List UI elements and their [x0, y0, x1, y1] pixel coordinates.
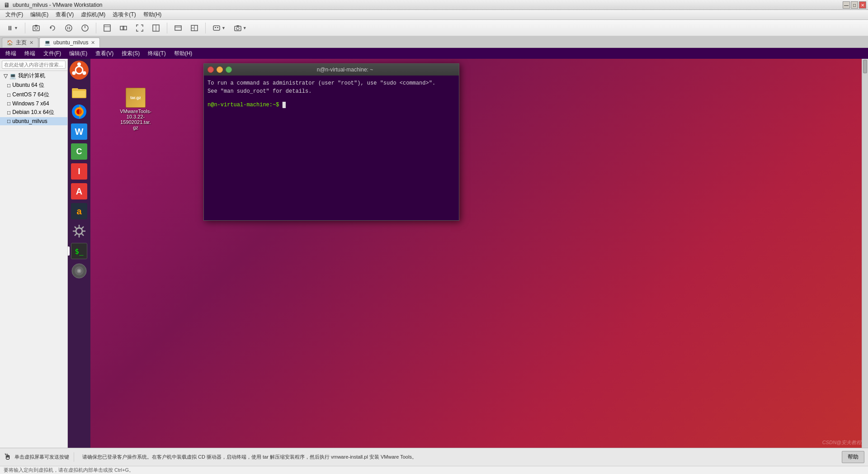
menu-view[interactable]: 查看(V) — [52, 10, 77, 19]
revert-button[interactable] — [45, 22, 60, 34]
dock-amazon[interactable]: a — [70, 202, 89, 221]
ubuntu-menu-file[interactable]: 文件(F) — [40, 49, 65, 58]
tab-ubuntu[interactable]: 💻 ubuntu_milvus ✕ — [39, 38, 100, 47]
search-input[interactable] — [2, 61, 66, 69]
suspend-button[interactable] — [61, 22, 76, 34]
dock-appinstaller[interactable]: A — [70, 182, 89, 201]
window-controls: — □ ✕ — [843, 1, 866, 9]
right-scrollbar[interactable] — [862, 59, 868, 448]
snapshot-button[interactable] — [29, 22, 43, 34]
click-hint: 单击虚拟屏幕可发送按键 — [14, 454, 69, 460]
bottom-hint: 要将输入定向到虚拟机，请在虚拟机内部单击或按 Ctrl+G。 — [0, 466, 868, 474]
terminal-close-button[interactable] — [208, 66, 214, 73]
terminal-window: n@n-virtual-machine: ~ To run a command … — [203, 63, 459, 221]
close-button[interactable]: ✕ — [859, 1, 866, 9]
terminal-cursor: █ — [283, 102, 286, 108]
tab-ubuntu-close[interactable]: ✕ — [91, 40, 95, 46]
ubuntu-menu-search[interactable]: 搜索(S) — [118, 49, 143, 58]
scrollbar-thumb[interactable] — [863, 60, 867, 73]
help-button[interactable]: 帮助 — [842, 451, 864, 463]
view-switch-icon — [174, 24, 182, 32]
view-unity[interactable] — [116, 22, 131, 34]
tab-home-close[interactable]: ✕ — [29, 40, 33, 46]
vm-icon-ubuntu64: □ — [7, 82, 10, 89]
pause-button[interactable]: ⏸ ▼ — [4, 22, 21, 34]
svg-rect-25 — [236, 25, 239, 27]
menu-vm[interactable]: 虚拟机(M) — [77, 10, 109, 19]
svg-line-44 — [82, 227, 84, 229]
view-quick-switch[interactable] — [149, 22, 163, 34]
view-normal[interactable] — [100, 22, 114, 34]
minimize-button[interactable]: — — [843, 1, 850, 9]
view-split[interactable] — [187, 22, 202, 34]
desktop-icon-label: VMwareTools-10.3.22-15902021.tar.gz — [119, 109, 152, 130]
view-normal-icon — [103, 24, 111, 32]
dock-writer[interactable]: W — [70, 122, 89, 141]
svg-point-49 — [78, 270, 80, 272]
shutdown-button[interactable] — [78, 22, 92, 34]
dock-ubuntu-logo[interactable] — [70, 61, 89, 80]
tree-ubuntu64-label: Ubuntu 64 位 — [12, 81, 44, 89]
dock-terminal[interactable]: $_ — [70, 242, 89, 261]
tree-centos-label: CentOS 7 64位 — [12, 91, 49, 99]
impress-letter: I — [78, 167, 80, 176]
toolbar-sep-2 — [96, 23, 96, 33]
status-description: 请确保您已登录客户操作系统。在客户机中装载虚拟 CD 驱动器，启动终端，使用 t… — [78, 454, 838, 460]
tab-home[interactable]: 🏠 主页 ✕ — [2, 38, 38, 47]
desktop-icon-vmwaretools[interactable]: tar.gz VMwareTools-10.3.22-15902021.tar.… — [118, 86, 154, 132]
dock-dvd[interactable] — [70, 261, 89, 280]
tree-debian[interactable]: □ Debian 10.x 64位 — [0, 108, 67, 117]
dock-impress[interactable]: I — [70, 162, 89, 181]
maximize-button[interactable]: □ — [851, 1, 858, 9]
screenshot[interactable]: ▼ — [231, 22, 250, 34]
svg-rect-11 — [120, 26, 124, 30]
view-fullscreen-icon — [136, 24, 144, 32]
tree-ubuntu64[interactable]: □ Ubuntu 64 位 — [0, 81, 67, 90]
view-fullscreen[interactable] — [132, 22, 147, 34]
tree-windows[interactable]: □ Windows 7 x64 — [0, 100, 67, 108]
terminal-body[interactable]: To run a command as administrator (user … — [204, 76, 459, 220]
dock-firefox[interactable] — [70, 102, 89, 121]
svg-marker-3 — [50, 27, 52, 29]
settings-icon — [71, 223, 87, 239]
menu-bar: 文件(F) 编辑(E) 查看(V) 虚拟机(M) 选项卡(T) 帮助(H) — [0, 10, 868, 20]
menu-edit[interactable]: 编辑(E) — [27, 10, 52, 19]
terminal-prompt-icon: $_ — [75, 247, 83, 256]
view-quick-switch-icon — [152, 24, 160, 32]
status-desc-text: 请确保您已登录客户操作系统。在客户机中装载虚拟 CD 驱动器，启动终端，使用 t… — [82, 454, 417, 460]
menu-file[interactable]: 文件(F) — [2, 10, 27, 19]
svg-rect-9 — [104, 25, 110, 31]
toolbar: ⏸ ▼ — [0, 20, 868, 36]
terminal-line-1: To run a command as administrator (user … — [208, 79, 455, 87]
terminal-maximize-button[interactable] — [226, 66, 232, 73]
tree-debian-label: Debian 10.x 64位 — [12, 109, 54, 116]
svg-line-45 — [75, 234, 77, 236]
ubuntu-menu-terminal3[interactable]: 终端(T) — [144, 49, 169, 58]
tree-centos[interactable]: □ CentOS 7 64位 — [0, 90, 67, 100]
dock-calc[interactable]: C — [70, 142, 89, 161]
dock-files[interactable] — [70, 82, 89, 101]
menu-help[interactable]: 帮助(H) — [140, 10, 165, 19]
app-icon: 🖥 — [4, 1, 10, 9]
title-bar: 🖥 ubuntu_milvus - VMware Workstation — □… — [0, 0, 868, 10]
view-unity-icon — [119, 24, 127, 32]
menu-tabs[interactable]: 选项卡(T) — [109, 10, 139, 19]
ubuntu-menu-view[interactable]: 查看(V) — [92, 49, 117, 58]
computer-icon: 💻 — [9, 73, 16, 79]
tree-ubuntu-milvus[interactable]: □ ubuntu_milvus — [0, 117, 67, 125]
ubuntu-menu-terminal2[interactable]: 终端 — [21, 49, 39, 58]
writer-letter: W — [75, 127, 84, 137]
svg-rect-22 — [217, 27, 218, 28]
view-switch[interactable] — [171, 22, 185, 34]
ubuntu-menu-terminal[interactable]: 终端 — [2, 49, 20, 58]
svg-rect-15 — [175, 26, 181, 30]
tree-root[interactable]: ▽ 💻 我的计算机 — [0, 71, 67, 81]
dock-settings[interactable] — [70, 222, 89, 241]
send-key[interactable]: ▼ — [209, 22, 229, 34]
send-key-icon — [212, 24, 221, 32]
ubuntu-menu-edit[interactable]: 编辑(E) — [66, 49, 91, 58]
toolbar-sep-4 — [205, 23, 206, 33]
ubuntu-menu-help[interactable]: 帮助(H) — [170, 49, 196, 58]
terminal-titlebar: n@n-virtual-machine: ~ — [204, 64, 459, 76]
terminal-minimize-button[interactable] — [217, 66, 223, 73]
